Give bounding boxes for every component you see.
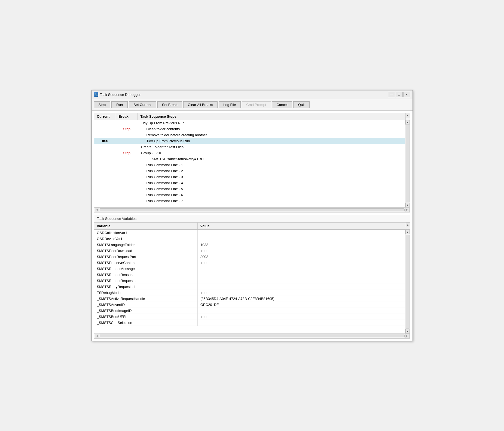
list-item[interactable]: _SMSTSAdvertIDOPC201DF	[94, 302, 410, 308]
variables-scrollbar-h[interactable]: ◄ ►	[94, 333, 410, 338]
table-row[interactable]: Run Command Line - 1	[94, 162, 410, 168]
step-cell: Create Folder for Test Files	[138, 144, 410, 150]
list-item[interactable]: TSDebugModetrue	[94, 290, 410, 296]
variable-value	[198, 266, 410, 272]
sequence-scrollbar-h[interactable]: ◄ ►	[94, 207, 410, 212]
quit-button[interactable]: Quit	[293, 101, 310, 108]
var-scroll-down[interactable]: ▼	[405, 329, 410, 333]
sequence-scrollbar-v[interactable]: ▲ ▼	[405, 120, 410, 207]
table-row[interactable]: Remove folder before creating another	[94, 132, 410, 138]
table-row[interactable]: SMSTSDisableStatusRetry=TRUE	[94, 156, 410, 162]
table-row[interactable]: Run Command Line - 5	[94, 186, 410, 192]
variable-value: OPC201DF	[198, 302, 410, 308]
seq-hscroll-track[interactable]	[100, 208, 405, 211]
variable-value: true	[198, 248, 410, 254]
current-cell	[94, 120, 116, 126]
list-item[interactable]: _SMSTSActiveRequestHandle{86B345D4-A04F-…	[94, 296, 410, 302]
seq-hscroll-right[interactable]: ►	[405, 208, 410, 212]
scroll-up-arrow[interactable]: ▲	[406, 113, 410, 117]
sequence-header: Current Break Task Sequence Steps ▲	[94, 113, 410, 120]
list-item[interactable]: _SMSTSBootImageID	[94, 308, 410, 314]
list-item[interactable]: SMSTSRetryRequested	[94, 284, 410, 290]
break-cell	[116, 186, 138, 192]
var-scroll-track[interactable]	[406, 235, 410, 329]
variable-name: _SMSTSCertSelection	[94, 320, 198, 326]
current-cell	[94, 150, 116, 156]
seq-scroll-up[interactable]: ▲	[405, 120, 410, 125]
variable-value: true	[198, 314, 410, 320]
table-row[interactable]: Create Folder for Test Files	[94, 144, 410, 150]
run-button[interactable]: Run	[111, 101, 128, 108]
variables-header: Variable Value ▲	[94, 223, 410, 230]
table-row[interactable]: =>>Tidy Up From Previous Run	[94, 138, 410, 144]
table-row[interactable]: Run Command Line - 3	[94, 174, 410, 180]
current-arrow: =>>	[102, 139, 108, 143]
minimize-button[interactable]: —	[388, 92, 395, 97]
set-break-button[interactable]: Set Break	[157, 101, 182, 108]
title-bar-left: 🔧 Task Sequence Debugger	[94, 92, 141, 97]
list-item[interactable]: SMSTSRebootRequested	[94, 278, 410, 284]
main-window: 🔧 Task Sequence Debugger — □ ✕ StepRunSe…	[91, 90, 413, 341]
var-scroll-up[interactable]: ▲	[405, 230, 410, 234]
break-cell	[116, 174, 138, 180]
step-cell: SMSTSDisableStatusRetry=TRUE	[138, 156, 410, 162]
step-cell: Run Command Line - 7	[138, 198, 410, 204]
variable-value: true	[198, 290, 410, 296]
variable-name: _SMSTSActiveRequestHandle	[94, 296, 198, 302]
list-item[interactable]: OSDCollectionVar1	[94, 230, 410, 236]
set-current-button[interactable]: Set Current	[129, 101, 156, 108]
list-item[interactable]: SMSTSRebootReason	[94, 272, 410, 278]
variable-name: SMSTSRetryRequested	[94, 284, 198, 290]
log-file-button[interactable]: Log File	[219, 101, 240, 108]
sequence-panel: Current Break Task Sequence Steps ▲ Tidy…	[94, 113, 410, 213]
list-item[interactable]: SMSTSRebootMessage	[94, 266, 410, 272]
var-hscroll-left[interactable]: ◄	[95, 334, 99, 338]
list-item[interactable]: SMSTSPreserveContenttrue	[94, 260, 410, 266]
cancel-button[interactable]: Cancel	[272, 101, 292, 108]
seq-hscroll-left[interactable]: ◄	[95, 208, 99, 212]
maximize-button[interactable]: □	[396, 92, 403, 97]
table-row[interactable]: StopClean folder contents	[94, 126, 410, 132]
current-cell	[94, 156, 116, 162]
table-row[interactable]: StopGroup - 1-10	[94, 150, 410, 156]
variable-name: TSDebugMode	[94, 290, 198, 296]
clear-all-breaks-button[interactable]: Clear All Breaks	[183, 101, 218, 108]
variable-value	[198, 236, 410, 242]
seq-scroll-down[interactable]: ▼	[405, 203, 410, 207]
break-cell	[116, 132, 138, 138]
list-item[interactable]: OSDDeviceVar1	[94, 236, 410, 242]
table-row[interactable]: Run Command Line - 2	[94, 168, 410, 174]
variables-list[interactable]: OSDCollectionVar1OSDDeviceVar1SMSTSLangu…	[94, 230, 410, 333]
list-item[interactable]: SMSTSPeerRequestPort8003	[94, 254, 410, 260]
window-title: Task Sequence Debugger	[100, 93, 141, 97]
break-cell: Stop	[116, 150, 138, 156]
list-item[interactable]: SMSTSPeerDownloadtrue	[94, 248, 410, 254]
var-hscroll-right[interactable]: ►	[405, 334, 410, 338]
variable-name: SMSTSRebootMessage	[94, 266, 198, 272]
current-cell	[94, 186, 116, 192]
variable-name: SMSTSPeerRequestPort	[94, 254, 198, 260]
step-cell: Clean folder contents	[138, 126, 410, 132]
break-cell	[116, 120, 138, 126]
list-item[interactable]: SMSTSLanguageFolder1033	[94, 242, 410, 248]
step-button[interactable]: Step	[94, 101, 111, 108]
header-value: Value	[198, 223, 406, 229]
app-icon: 🔧	[94, 92, 98, 97]
variable-value	[198, 278, 410, 284]
list-item[interactable]: _SMSTSBootUEFItrue	[94, 314, 410, 320]
var-header-arrow[interactable]: ▲	[406, 223, 410, 227]
list-item[interactable]: _SMSTSCertSelection	[94, 320, 410, 326]
table-row[interactable]: Run Command Line - 7	[94, 198, 410, 204]
var-hscroll-track[interactable]	[100, 335, 405, 337]
variables-scrollbar-v[interactable]: ▲ ▼	[405, 230, 410, 333]
table-row[interactable]: Run Command Line - 4	[94, 180, 410, 186]
sequence-list[interactable]: Tidy Up From Previous RunStopClean folde…	[94, 120, 410, 207]
seq-scroll-track[interactable]	[406, 125, 410, 202]
table-row[interactable]: Run Command Line - 6	[94, 192, 410, 198]
toolbar: StepRunSet CurrentSet BreakClear All Bre…	[92, 99, 413, 111]
current-cell: =>>	[94, 138, 116, 144]
table-row[interactable]: Tidy Up From Previous Run	[94, 120, 410, 126]
variable-name: _SMSTSBootImageID	[94, 308, 198, 314]
break-cell	[116, 192, 138, 198]
close-button[interactable]: ✕	[403, 92, 410, 97]
